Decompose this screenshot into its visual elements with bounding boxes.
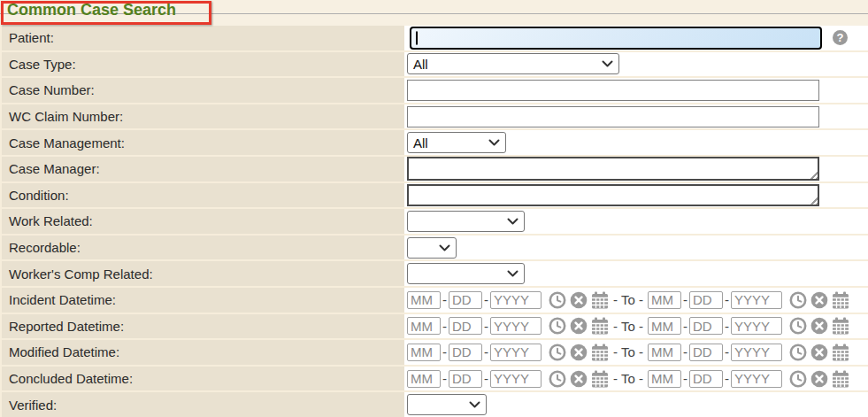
case-manager-textarea[interactable] xyxy=(407,157,819,181)
select-value: All xyxy=(413,57,428,72)
work-related-label: Work Related: xyxy=(0,209,404,234)
condition-label: Condition: xyxy=(0,183,404,208)
chevron-down-icon xyxy=(602,60,613,67)
calendar-icon[interactable] xyxy=(832,317,849,335)
patient-input[interactable] xyxy=(410,27,822,50)
recordable-label: Recordable: xyxy=(0,236,404,260)
date-separator: - xyxy=(442,371,447,386)
case-number-label: Case Number: xyxy=(0,78,404,103)
start-month-input[interactable] xyxy=(407,370,441,388)
end-day-input[interactable] xyxy=(689,344,723,361)
clear-icon[interactable] xyxy=(570,291,588,309)
wc-claim-number-label: WC Claim Number: xyxy=(0,104,404,129)
end-month-input[interactable] xyxy=(648,344,681,361)
start-day-input[interactable] xyxy=(449,317,482,335)
case-type-select[interactable]: All xyxy=(407,53,619,74)
reported-datetime-label: Reported Datetime: xyxy=(0,314,404,339)
row-verified: Verified: xyxy=(0,392,868,417)
clear-icon[interactable] xyxy=(570,317,588,335)
row-patient: Patient: ? xyxy=(0,26,868,52)
start-year-input[interactable] xyxy=(490,291,542,309)
wc-claim-number-input[interactable] xyxy=(407,106,819,127)
text-caret xyxy=(416,31,418,44)
end-year-input[interactable] xyxy=(731,317,782,335)
workers-comp-related-label: Worker's Comp Related: xyxy=(0,261,404,286)
time-icon[interactable] xyxy=(549,344,566,361)
row-workers-comp-related: Worker's Comp Related: xyxy=(0,261,868,288)
reported-datetime-range: - - - To - - - xyxy=(404,314,868,339)
daterange-control: - - - To - - - xyxy=(407,370,849,388)
calendar-icon[interactable] xyxy=(832,370,849,388)
case-type-label: Case Type: xyxy=(0,52,404,77)
date-separator: - xyxy=(725,371,729,386)
clear-icon[interactable] xyxy=(810,317,828,335)
daterange-control: - - - To - - - xyxy=(407,317,849,335)
verified-label: Verified: xyxy=(0,392,404,417)
end-day-input[interactable] xyxy=(689,370,723,388)
start-day-input[interactable] xyxy=(449,370,482,388)
condition-textarea[interactable] xyxy=(407,184,819,206)
date-separator: - xyxy=(442,292,447,307)
date-separator: - xyxy=(442,319,447,334)
start-month-input[interactable] xyxy=(407,344,441,361)
resize-grip-icon[interactable] xyxy=(808,169,818,179)
chevron-down-icon xyxy=(507,218,518,225)
calendar-icon[interactable] xyxy=(832,344,849,361)
incident-datetime-label: Incident Datetime: xyxy=(0,288,404,313)
start-month-input[interactable] xyxy=(407,317,441,335)
calendar-icon[interactable] xyxy=(591,317,609,335)
end-day-input[interactable] xyxy=(689,291,723,309)
time-icon[interactable] xyxy=(789,370,807,388)
row-reported-datetime: Reported Datetime: - - - To - - - xyxy=(0,314,868,341)
start-year-input[interactable] xyxy=(490,344,542,361)
case-number-input[interactable] xyxy=(407,80,819,101)
calendar-icon[interactable] xyxy=(591,291,609,309)
to-label: - To - xyxy=(613,344,643,359)
end-year-input[interactable] xyxy=(731,370,782,388)
clear-icon[interactable] xyxy=(810,291,828,309)
calendar-icon[interactable] xyxy=(832,291,849,309)
end-month-input[interactable] xyxy=(648,291,681,309)
help-icon[interactable]: ? xyxy=(833,30,848,45)
clear-icon[interactable] xyxy=(810,344,828,361)
time-icon[interactable] xyxy=(549,370,566,388)
date-separator: - xyxy=(725,319,729,334)
time-icon[interactable] xyxy=(789,291,807,309)
end-month-input[interactable] xyxy=(648,370,681,388)
end-month-input[interactable] xyxy=(648,317,681,335)
time-icon[interactable] xyxy=(549,317,566,335)
to-label: - To - xyxy=(613,319,643,334)
recordable-select[interactable] xyxy=(407,237,457,259)
date-separator: - xyxy=(484,319,488,334)
date-separator: - xyxy=(683,371,687,386)
end-day-input[interactable] xyxy=(689,317,723,335)
end-year-input[interactable] xyxy=(731,344,782,361)
work-related-select[interactable] xyxy=(407,211,525,232)
chevron-down-icon xyxy=(439,244,450,251)
calendar-icon[interactable] xyxy=(591,344,609,361)
clear-icon[interactable] xyxy=(570,370,588,388)
time-icon[interactable] xyxy=(789,317,807,335)
end-year-input[interactable] xyxy=(731,291,782,309)
resize-grip-icon[interactable] xyxy=(808,195,818,205)
verified-select[interactable] xyxy=(407,394,487,415)
start-year-input[interactable] xyxy=(490,370,542,388)
case-management-select[interactable]: All xyxy=(407,132,506,153)
patient-label: Patient: xyxy=(0,26,404,50)
date-separator: - xyxy=(683,344,687,359)
case-management-label: Case Management: xyxy=(0,130,404,155)
time-icon[interactable] xyxy=(549,291,566,309)
start-day-input[interactable] xyxy=(449,291,482,309)
start-year-input[interactable] xyxy=(490,317,542,335)
time-icon[interactable] xyxy=(789,344,807,361)
workers-comp-related-select[interactable] xyxy=(407,263,525,284)
calendar-icon[interactable] xyxy=(591,370,609,388)
chevron-down-icon xyxy=(469,401,480,408)
clear-icon[interactable] xyxy=(570,344,588,361)
start-day-input[interactable] xyxy=(449,344,482,361)
clear-icon[interactable] xyxy=(810,370,828,388)
concluded-datetime-label: Concluded Datetime: xyxy=(0,367,404,391)
start-month-input[interactable] xyxy=(407,291,441,309)
modified-datetime-range: - - - To - - - xyxy=(404,340,868,365)
row-incident-datetime: Incident Datetime: - - - To - - - xyxy=(0,288,868,314)
